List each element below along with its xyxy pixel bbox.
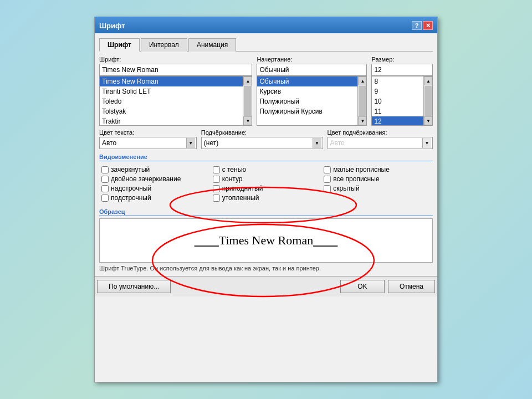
checkbox-item-subscript: подстрочный bbox=[101, 194, 208, 202]
font-size-scrollbar[interactable]: ▲ ▼ bbox=[423, 76, 432, 125]
subscript-checkbox[interactable] bbox=[101, 195, 109, 202]
sunken-label: утопленный bbox=[222, 194, 259, 202]
preview-section: Образец ____ Times New Roman ____ Шрифт … bbox=[99, 208, 433, 272]
font-style-group: Начертание: Обычный Курсив Полужирный По… bbox=[257, 56, 367, 126]
list-item[interactable]: Полужирный bbox=[257, 96, 357, 106]
font-name-input[interactable] bbox=[99, 64, 252, 76]
scroll-down-button[interactable]: ▼ bbox=[358, 116, 367, 125]
scroll-thumb[interactable] bbox=[359, 86, 366, 116]
scroll-down-button[interactable]: ▼ bbox=[243, 116, 252, 125]
tab-font[interactable]: Шрифт bbox=[99, 38, 140, 52]
font-name-label: Шрифт: bbox=[99, 56, 252, 63]
ok-cancel-group: OK Отмена bbox=[340, 280, 435, 293]
small-caps-checkbox[interactable] bbox=[324, 166, 331, 173]
font-fields-row: Шрифт: Times New Roman Tiranti Solid LET… bbox=[99, 56, 433, 126]
list-item[interactable]: 10 bbox=[372, 96, 423, 106]
shadow-checkbox[interactable] bbox=[213, 166, 220, 173]
font-size-label: Размер: bbox=[371, 56, 433, 63]
list-item[interactable]: Traktir bbox=[100, 116, 243, 125]
list-item[interactable]: 9 bbox=[372, 86, 423, 96]
checkbox-item-shadow: с тенью bbox=[213, 166, 320, 173]
underline-color-select-wrapper: Авто ▼ bbox=[328, 137, 433, 149]
text-color-select[interactable]: Авто bbox=[100, 139, 196, 147]
raised-checkbox[interactable] bbox=[213, 185, 220, 192]
subscript-label: подстрочный bbox=[111, 194, 151, 202]
underline-color-select[interactable]: Авто bbox=[328, 139, 432, 147]
list-item[interactable]: Полужирный Курсив bbox=[257, 106, 357, 116]
hidden-checkbox[interactable] bbox=[324, 185, 331, 192]
list-item[interactable]: 11 bbox=[372, 106, 423, 116]
double-strike-checkbox[interactable] bbox=[101, 176, 109, 183]
list-item[interactable]: Times New Roman bbox=[100, 76, 243, 86]
scroll-up-button[interactable]: ▲ bbox=[243, 76, 252, 85]
bottom-buttons: По умолчанию... OK Отмена bbox=[95, 276, 437, 296]
preview-line-right: ____ bbox=[313, 233, 337, 248]
checkbox-item-sunken: утопленный bbox=[213, 194, 320, 202]
hidden-label: скрытый bbox=[333, 185, 359, 192]
dialog-title: Шрифт bbox=[99, 22, 125, 30]
scroll-up-button[interactable]: ▲ bbox=[424, 76, 433, 85]
title-bar-buttons: ? ✕ bbox=[412, 21, 433, 30]
scroll-thumb[interactable] bbox=[244, 86, 251, 116]
tab-bar: Шрифт Интервал Анимация bbox=[99, 38, 433, 52]
ok-button[interactable]: OK bbox=[340, 280, 385, 293]
modifications-label: Видоизменение bbox=[99, 154, 433, 161]
all-caps-label: все прописные bbox=[333, 175, 379, 183]
font-style-label: Начертание: bbox=[257, 56, 367, 63]
scroll-thumb[interactable] bbox=[424, 86, 432, 116]
checkbox-item-all-caps: все прописные bbox=[324, 175, 431, 183]
scroll-down-button[interactable]: ▼ bbox=[424, 116, 433, 125]
preview-note: Шрифт TrueType. Он используется для выво… bbox=[99, 265, 433, 272]
small-caps-label: малые прописные bbox=[333, 166, 390, 173]
text-color-select-wrapper: Авто ▼ bbox=[99, 137, 197, 149]
font-size-input[interactable] bbox=[371, 64, 433, 76]
underline-color-label: Цвет подчёркивания: bbox=[328, 129, 433, 136]
font-dialog: Шрифт ? ✕ Шрифт Интервал Анимация Шрифт: bbox=[94, 17, 438, 382]
text-color-group: Цвет текста: Авто ▼ bbox=[99, 129, 197, 149]
tab-animation[interactable]: Анимация bbox=[188, 38, 236, 52]
font-style-scrollbar[interactable]: ▲ ▼ bbox=[357, 76, 366, 125]
checkbox-item-outline: контур bbox=[213, 175, 320, 183]
preview-text: Times New Roman bbox=[219, 233, 313, 248]
font-name-scrollbar[interactable]: ▲ ▼ bbox=[243, 76, 252, 125]
tab-interval[interactable]: Интервал bbox=[141, 38, 187, 52]
sunken-checkbox[interactable] bbox=[213, 195, 220, 202]
scroll-up-button[interactable]: ▲ bbox=[358, 76, 367, 85]
close-button[interactable]: ✕ bbox=[423, 21, 433, 30]
preview-box: ____ Times New Roman ____ bbox=[99, 218, 433, 263]
list-item[interactable]: Обычный bbox=[257, 76, 357, 86]
font-name-listbox[interactable]: Times New Roman Tiranti Solid LET Toledo… bbox=[100, 76, 243, 125]
preview-label: Образец bbox=[99, 208, 433, 216]
underline-color-group: Цвет подчёркивания: Авто ▼ bbox=[328, 129, 433, 149]
default-button[interactable]: По умолчанию... bbox=[97, 280, 171, 293]
font-size-listbox[interactable]: 8 9 10 11 12 bbox=[372, 76, 423, 125]
outline-label: контур bbox=[222, 175, 243, 183]
help-button[interactable]: ? bbox=[412, 21, 422, 30]
list-item[interactable]: 12 bbox=[372, 116, 423, 125]
list-item[interactable]: Toledo bbox=[100, 96, 243, 106]
underline-group: Подчёркивание: (нет) ▼ bbox=[201, 129, 323, 149]
strikethrough-checkbox[interactable] bbox=[101, 166, 109, 173]
list-item[interactable]: 8 bbox=[372, 76, 423, 86]
checkbox-item-small-caps: малые прописные bbox=[324, 166, 431, 173]
font-name-listbox-container: Times New Roman Tiranti Solid LET Toledo… bbox=[99, 76, 252, 126]
preview-line-left: ____ bbox=[195, 233, 219, 248]
outline-checkbox[interactable] bbox=[213, 176, 220, 183]
superscript-label: надстрочный bbox=[111, 185, 151, 192]
text-color-label: Цвет текста: bbox=[99, 129, 197, 136]
font-size-listbox-container: 8 9 10 11 12 ▲ ▼ bbox=[371, 76, 433, 126]
modifications-grid: зачеркнутый с тенью малые прописные двой… bbox=[99, 163, 433, 204]
list-item[interactable]: Tolstyak bbox=[100, 106, 243, 116]
color-row: Цвет текста: Авто ▼ Подчёркивание: (нет) bbox=[99, 129, 433, 149]
checkbox-item-strikethrough: зачеркнутый bbox=[101, 166, 208, 173]
list-item[interactable]: Tiranti Solid LET bbox=[100, 86, 243, 96]
all-caps-checkbox[interactable] bbox=[324, 176, 331, 183]
cancel-button[interactable]: Отмена bbox=[388, 280, 435, 293]
underline-select[interactable]: (нет) bbox=[202, 139, 323, 147]
font-style-listbox[interactable]: Обычный Курсив Полужирный Полужирный Кур… bbox=[257, 76, 357, 125]
font-style-input[interactable] bbox=[257, 64, 367, 76]
superscript-checkbox[interactable] bbox=[101, 185, 109, 192]
list-item[interactable]: Курсив bbox=[257, 86, 357, 96]
checkbox-item-raised: приподнятый bbox=[213, 185, 320, 192]
underline-label: Подчёркивание: bbox=[201, 129, 323, 136]
